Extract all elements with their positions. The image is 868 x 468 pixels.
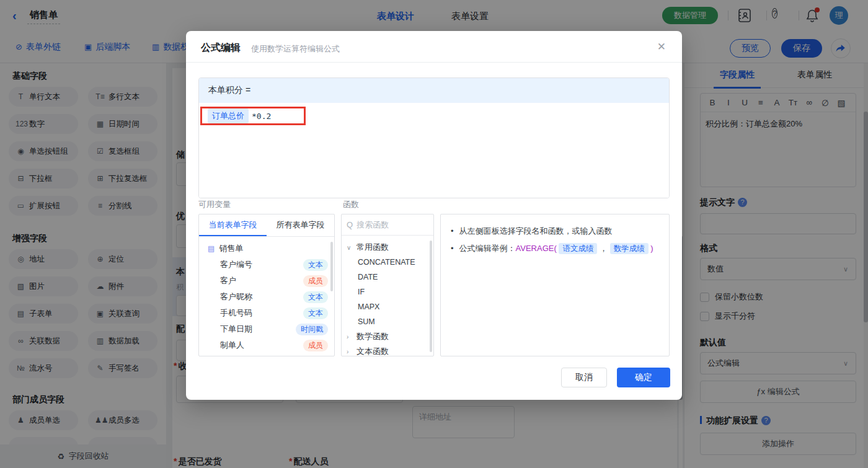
variable-rows: 客户编号 文本 客户 成员 客户昵称 文本 bbox=[199, 257, 334, 353]
help-line-1: •从左侧面板选择字段名和函数，或输入函数 bbox=[451, 223, 659, 240]
functions-panel: Q ∨ 常用函数 CONCATENATEDATEIFMAPXSUM › 数学函数… bbox=[341, 214, 434, 356]
variable-item[interactable]: 下单日期 时间戳 bbox=[199, 321, 334, 337]
formula-annotation-box: 订单总价 *0.2 bbox=[200, 107, 306, 125]
formula-edit-modal: 公式编辑 使用数学运算符编辑公式 ✕ 本单积分 = 订单总价 *0.2 可用变量… bbox=[186, 31, 682, 400]
function-name-example: AVERAGE( bbox=[516, 244, 557, 253]
field-token-chip[interactable]: 订单总价 bbox=[208, 108, 249, 123]
function-search-input[interactable] bbox=[356, 220, 418, 229]
functions-label: 函数 bbox=[343, 199, 359, 210]
type-badge: 文本 bbox=[303, 291, 328, 303]
function-item[interactable]: CONCATENATE bbox=[342, 255, 433, 270]
formula-editor: 本单积分 = 订单总价 *0.2 bbox=[198, 77, 670, 198]
variables-label: 可用变量 bbox=[198, 199, 231, 210]
modal-subtitle: 使用数学运算符编辑公式 bbox=[251, 43, 340, 55]
example-field-chip: 数学成绩 bbox=[610, 243, 649, 254]
function-item[interactable]: DATE bbox=[342, 270, 433, 285]
divider bbox=[186, 62, 682, 63]
document-icon: ▤ bbox=[208, 244, 215, 253]
chevron-expanded-icon: ∨ bbox=[347, 244, 353, 251]
formula-input-area[interactable]: 订单总价 *0.2 bbox=[199, 103, 669, 198]
variable-item[interactable]: 客户 成员 bbox=[199, 273, 334, 289]
function-items: CONCATENATEDATEIFMAPXSUM bbox=[342, 255, 433, 329]
variable-item[interactable]: 手机号码 文本 bbox=[199, 305, 334, 321]
confirm-button[interactable]: 确定 bbox=[617, 368, 670, 387]
type-badge: 文本 bbox=[303, 307, 328, 319]
form-root-item[interactable]: ▤ 销售单 bbox=[199, 241, 334, 257]
functions-tree: ∨ 常用函数 CONCATENATEDATEIFMAPXSUM › 数学函数 ›… bbox=[342, 236, 433, 356]
close-icon[interactable]: ✕ bbox=[657, 40, 666, 53]
variable-item[interactable]: 制单人 成员 bbox=[199, 337, 334, 353]
function-search: Q bbox=[342, 214, 433, 236]
function-item[interactable]: SUM bbox=[342, 314, 433, 329]
variables-scrollbar-thumb[interactable] bbox=[330, 242, 333, 291]
tab-all-form-fields[interactable]: 所有表单字段 bbox=[267, 214, 334, 236]
type-badge: 时间戳 bbox=[296, 324, 328, 335]
functions-scrollbar-thumb[interactable] bbox=[430, 241, 432, 352]
variables-panel: 当前表单字段 所有表单字段 ▤ 销售单 客户编号 文本 bbox=[198, 214, 335, 356]
variables-tabs: 当前表单字段 所有表单字段 bbox=[199, 214, 334, 237]
type-badge: 成员 bbox=[303, 340, 328, 351]
formula-expression[interactable]: *0.2 bbox=[252, 112, 271, 121]
function-item[interactable]: MAPX bbox=[342, 299, 433, 314]
formula-target: 本单积分 = bbox=[199, 78, 669, 103]
variables-list: ▤ 销售单 客户编号 文本 客户 成员 bbox=[199, 237, 334, 353]
chevron-collapsed-icon: › bbox=[347, 348, 353, 355]
function-group-common[interactable]: ∨ 常用函数 bbox=[342, 240, 433, 255]
type-badge: 文本 bbox=[303, 259, 328, 271]
variable-item[interactable]: 客户编号 文本 bbox=[199, 257, 334, 273]
search-icon: Q bbox=[347, 220, 353, 229]
variable-item[interactable]: 客户昵称 文本 bbox=[199, 289, 334, 305]
chevron-collapsed-icon: › bbox=[347, 333, 353, 340]
app-window: ‹ 销售单 表单设计 表单设置 数据管理 ? 理 ⊘表单外链 ▣后端脚本 ▥数据… bbox=[0, 0, 868, 468]
help-line-2: •公式编辑举例：AVERAGE( 语文成绩 ， 数学成绩 ) bbox=[451, 240, 659, 257]
function-item[interactable]: IF bbox=[342, 285, 433, 299]
modal-title: 公式编辑 bbox=[201, 42, 241, 55]
example-field-chip: 语文成绩 bbox=[559, 243, 597, 254]
tab-current-form-fields[interactable]: 当前表单字段 bbox=[199, 214, 267, 236]
type-badge: 成员 bbox=[303, 275, 328, 287]
function-group-math[interactable]: › 数学函数 bbox=[342, 329, 433, 344]
help-panel: •从左侧面板选择字段名和函数，或输入函数 •公式编辑举例：AVERAGE( 语文… bbox=[440, 214, 670, 356]
cancel-button[interactable]: 取消 bbox=[561, 368, 607, 387]
function-group-text[interactable]: › 文本函数 bbox=[342, 344, 433, 356]
